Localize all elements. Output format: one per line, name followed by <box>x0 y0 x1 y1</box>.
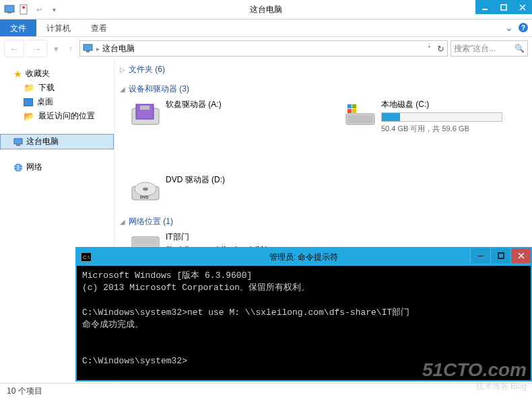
title-bar: ↩ ▾ 这台电脑 <box>0 0 532 20</box>
ribbon-expand-icon[interactable]: ⌄ <box>505 22 513 33</box>
svg-rect-4 <box>482 9 488 10</box>
cmd-icon: C:\ <box>81 252 92 262</box>
network-group: 网络 <box>0 160 114 174</box>
address-dropdown-icon[interactable]: ˅ <box>428 45 431 52</box>
svg-rect-20 <box>352 109 356 113</box>
svg-rect-5 <box>501 5 506 10</box>
search-icon: 🔍 <box>514 44 525 53</box>
svg-rect-26 <box>133 238 158 246</box>
computer-icon[interactable] <box>4 4 15 15</box>
sidebar-label: 收藏夹 <box>26 68 50 79</box>
svg-rect-15 <box>347 115 373 123</box>
cmd-window: C:\ 管理员: 命令提示符 ─ Microsoft Windows [版本 6… <box>75 247 532 382</box>
search-input[interactable]: 搜索"这台... 🔍 <box>451 40 528 57</box>
svg-rect-8 <box>14 139 22 144</box>
sidebar-item-downloads[interactable]: 📁 下载 <box>0 81 114 95</box>
svg-rect-0 <box>5 5 14 12</box>
sidebar-item-recent[interactable]: 📂 最近访问的位置 <box>0 109 114 123</box>
svg-point-23 <box>143 188 148 191</box>
svg-point-3 <box>22 6 25 9</box>
desktop-icon <box>24 98 33 106</box>
tab-computer[interactable]: 计算机 <box>36 20 81 36</box>
drive-c[interactable]: 本地磁盘 (C:) 50.4 GB 可用，共 59.6 GB <box>345 99 520 134</box>
window-controls <box>475 0 532 14</box>
refresh-icon[interactable]: ↻ <box>437 44 444 54</box>
breadcrumb-arrow-icon: ▸ <box>96 45 100 52</box>
caret-down-icon: ◢ <box>120 85 125 93</box>
sidebar-network[interactable]: 网络 <box>0 160 114 174</box>
drive-name: 本地磁盘 (C:) <box>381 99 502 110</box>
sidebar-item-desktop[interactable]: 桌面 <box>0 95 114 109</box>
sidebar-label: 网络 <box>26 161 42 173</box>
status-bar: 10 个项目 <box>0 383 532 399</box>
tab-file[interactable]: 文件 <box>0 20 36 36</box>
svg-rect-19 <box>347 109 352 113</box>
section-label: 文件夹 (6) <box>129 64 165 75</box>
cmd-minimize-button[interactable]: ─ <box>470 248 490 263</box>
dvd-drive-icon: DVD <box>129 174 162 207</box>
address-location: 这台电脑 <box>102 43 135 55</box>
cmd-title-bar[interactable]: C:\ 管理员: 命令提示符 ─ <box>77 248 531 266</box>
svg-text:DVD: DVD <box>140 195 149 199</box>
svg-rect-9 <box>16 144 20 146</box>
hdd-icon <box>345 99 377 131</box>
dropdown-icon[interactable]: ▾ <box>48 4 59 15</box>
cmd-output[interactable]: Microsoft Windows [版本 6.3.9600] (c) 2013… <box>77 266 531 372</box>
close-button[interactable] <box>513 0 532 14</box>
computer-icon <box>83 43 94 54</box>
svg-rect-1 <box>7 12 11 13</box>
help-icon[interactable]: ? <box>519 23 528 32</box>
undo-icon[interactable]: ↩ <box>34 4 44 15</box>
caret-down-icon: ◢ <box>120 218 125 225</box>
drive-usage-bar <box>381 112 502 122</box>
cmd-window-controls: ─ <box>470 248 531 263</box>
svg-rect-6 <box>84 44 92 50</box>
maximize-button[interactable] <box>494 0 513 14</box>
nav-up-button[interactable]: ↑ <box>65 40 77 57</box>
drive-name: IT部门 <box>166 231 287 243</box>
address-bar: ← → ▾ ↑ ▸ 这台电脑 ˅ ↻ 搜索"这台... 🔍 <box>0 37 532 60</box>
svg-rect-18 <box>352 104 356 108</box>
drive-dvd[interactable]: DVD DVD 驱动器 (D:) <box>129 174 304 207</box>
floppy-drive-icon <box>129 99 162 131</box>
sidebar-label: 下载 <box>38 82 55 94</box>
section-label: 网络位置 (1) <box>129 216 173 227</box>
tab-view[interactable]: 查看 <box>81 20 117 36</box>
section-label: 设备和驱动器 (3) <box>129 83 189 95</box>
svg-rect-17 <box>347 104 352 108</box>
ribbon-tabs: 文件 计算机 查看 ⌄ ? <box>0 20 532 37</box>
drive-usage-text: 50.4 GB 可用，共 59.6 GB <box>381 124 502 134</box>
search-placeholder: 搜索"这台... <box>454 43 496 55</box>
cmd-close-button[interactable] <box>510 248 531 263</box>
caret-right-icon: ▷ <box>120 66 125 73</box>
address-field[interactable]: ▸ 这台电脑 ˅ ↻ <box>79 40 448 57</box>
favorites-group: ★ 收藏夹 📁 下载 桌面 📂 最近访问的位置 <box>0 67 114 123</box>
sidebar-label: 最近访问的位置 <box>38 110 95 122</box>
drive-name: DVD 驱动器 (D:) <box>166 174 225 186</box>
devices-list: 软盘驱动器 (A:) 本地磁盘 (C:) 50.4 GB 可用，共 59.6 G… <box>120 99 527 207</box>
status-text: 10 个项目 <box>7 386 42 397</box>
properties-icon[interactable] <box>19 4 30 15</box>
sidebar-label: 这台电脑 <box>26 136 59 147</box>
sidebar-this-pc[interactable]: 这台电脑 <box>0 134 114 149</box>
sidebar-label: 桌面 <box>37 96 53 108</box>
minimize-button[interactable] <box>475 0 494 14</box>
quick-access-toolbar: ↩ ▾ <box>0 4 59 15</box>
window-title: 这台电脑 <box>250 4 282 15</box>
computer-icon <box>13 137 23 147</box>
cmd-maximize-button[interactable] <box>490 248 510 263</box>
ribbon-right: ⌄ ? <box>505 22 528 33</box>
section-devices[interactable]: ◢ 设备和驱动器 (3) <box>120 79 527 99</box>
drive-floppy[interactable]: 软盘驱动器 (A:) <box>129 99 304 134</box>
download-folder-icon: 📁 <box>24 83 34 93</box>
drive-name: 软盘驱动器 (A:) <box>166 99 222 110</box>
svg-rect-13 <box>140 106 149 110</box>
section-folders[interactable]: ▷ 文件夹 (6) <box>120 60 527 79</box>
sidebar-favorites[interactable]: ★ 收藏夹 <box>0 67 114 81</box>
section-network-locations[interactable]: ◢ 网络位置 (1) <box>120 212 527 231</box>
svg-rect-7 <box>86 50 90 52</box>
nav-forward-button[interactable]: → <box>27 40 47 57</box>
nav-back-button[interactable]: ← <box>4 40 24 57</box>
this-pc-group: 这台电脑 <box>0 134 114 149</box>
nav-history-dropdown[interactable]: ▾ <box>50 40 62 57</box>
